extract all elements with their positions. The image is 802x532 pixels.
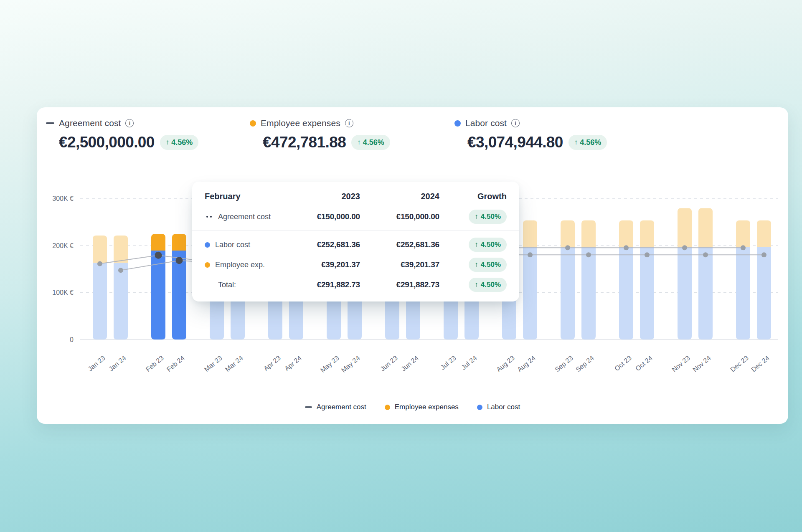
kpi-label: Employee expenses xyxy=(261,118,340,128)
agreement-point-oct-23 xyxy=(624,245,629,250)
x-axis-tick: Oct 23 xyxy=(613,354,633,372)
value-2023: €291,882.73 xyxy=(285,280,360,289)
blue-dot-icon xyxy=(205,242,210,248)
bar-labor-dec-24[interactable] xyxy=(757,247,771,339)
x-axis-tick: Dec 23 xyxy=(729,354,750,373)
dashboard-card: Agreement cost i €2,500,000.00 ↑4.56% Em… xyxy=(37,107,788,424)
bar-labor-nov-24[interactable] xyxy=(698,247,713,339)
legend-item-labor[interactable]: Labor cost xyxy=(477,403,520,411)
x-axis-tick: Nov 24 xyxy=(691,354,712,373)
x-axis-tick: May 24 xyxy=(340,354,361,374)
x-axis-tick: Dec 24 xyxy=(750,354,771,373)
value-2023: €39,201.37 xyxy=(285,260,360,269)
x-axis-tick: Jan 23 xyxy=(86,354,107,372)
bar-labor-jan-23[interactable] xyxy=(93,263,107,339)
kpi-value: €2,500,000.00 xyxy=(59,134,155,151)
agreement-point-feb-23 xyxy=(155,252,162,259)
tooltip-row-labor: Labor cost €252,681.36 €252,681.36 ↑4.50… xyxy=(205,238,507,252)
tooltip-row-total: Total: €291,882.73 €291,882.73 ↑4.50% xyxy=(205,278,507,292)
page-background: { "colors":{ "labor_bright":"#4C87F1","l… xyxy=(0,0,802,532)
bar-labor-aug-24[interactable] xyxy=(523,247,537,339)
bar-labor-jan-24[interactable] xyxy=(114,263,128,339)
legend-item-employee[interactable]: Employee expenses xyxy=(385,403,459,411)
growth-value: 4.56% xyxy=(363,138,384,147)
growth-badge: ↑4.50% xyxy=(469,258,507,272)
x-axis-tick: Mar 23 xyxy=(203,354,223,373)
bar-employee-sep-23[interactable] xyxy=(561,220,575,247)
chart-tooltip: February 2023 2024 Growth Agreement cost… xyxy=(192,182,519,301)
x-axis-tick: Sep 24 xyxy=(574,354,595,373)
kpi-value: €3,074,944.80 xyxy=(467,134,563,151)
chart-legend: Agreement cost Employee expenses Labor c… xyxy=(37,403,788,411)
orange-dot-icon xyxy=(385,405,390,410)
row-label: Labor cost xyxy=(215,241,250,249)
dash-icon xyxy=(305,406,312,408)
x-axis-tick: Nov 23 xyxy=(670,354,691,373)
bar-employee-feb-23[interactable] xyxy=(151,234,165,251)
bar-employee-sep-24[interactable] xyxy=(581,220,596,247)
growth-badge: ↑4.50% xyxy=(469,210,507,224)
bar-labor-sep-23[interactable] xyxy=(561,247,575,339)
bar-labor-dec-23[interactable] xyxy=(736,247,750,339)
up-arrow-icon: ↑ xyxy=(574,138,578,147)
bar-employee-dec-24[interactable] xyxy=(757,220,771,247)
bar-employee-aug-24[interactable] xyxy=(523,220,537,247)
legend-label: Employee expenses xyxy=(395,403,459,411)
kpi-employee-expenses: Employee expenses i €472,781.88 ↑4.56% xyxy=(250,118,390,151)
y-axis-tick: 100K € xyxy=(52,289,74,296)
x-axis-tick: Jan 24 xyxy=(107,354,127,372)
bar-employee-nov-23[interactable] xyxy=(678,208,692,248)
agreement-point-oct-24 xyxy=(645,252,650,257)
up-arrow-icon: ↑ xyxy=(357,138,361,147)
bar-employee-nov-24[interactable] xyxy=(698,208,713,248)
growth-badge: ↑4.56% xyxy=(160,135,199,150)
kpi-label: Labor cost xyxy=(465,118,507,128)
dotted-line-icon xyxy=(205,216,213,218)
growth-badge: ↑4.50% xyxy=(469,278,507,292)
bar-employee-dec-23[interactable] xyxy=(736,220,750,247)
bar-labor-nov-23[interactable] xyxy=(678,247,692,339)
orange-dot-icon xyxy=(205,262,210,268)
y-axis-tick: 0 xyxy=(70,336,74,343)
bar-labor-oct-24[interactable] xyxy=(640,247,654,339)
growth-value: 4.50% xyxy=(481,261,501,269)
bar-employee-jan-23[interactable] xyxy=(93,236,107,263)
x-axis-tick: Jun 24 xyxy=(400,354,420,372)
y-axis-tick: 200K € xyxy=(52,242,74,249)
bar-employee-oct-24[interactable] xyxy=(640,220,654,247)
up-arrow-icon: ↑ xyxy=(475,241,478,249)
bar-employee-feb-24[interactable] xyxy=(172,234,186,251)
bar-labor-sep-24[interactable] xyxy=(581,247,596,339)
value-2023: €252,681.36 xyxy=(285,240,360,249)
x-axis-tick: Jul 23 xyxy=(439,354,457,371)
y-axis-tick: 300K € xyxy=(52,195,74,202)
row-label: Agreement cost xyxy=(218,213,271,221)
row-label: Employee exp. xyxy=(215,261,265,269)
growth-value: 4.56% xyxy=(171,138,193,147)
growth-value: 4.50% xyxy=(481,241,501,249)
info-icon[interactable]: i xyxy=(345,119,353,127)
up-arrow-icon: ↑ xyxy=(475,213,478,221)
blue-dot-icon xyxy=(477,405,482,410)
legend-item-agreement[interactable]: Agreement cost xyxy=(305,403,366,411)
x-axis-tick: Oct 24 xyxy=(634,354,654,372)
legend-label: Labor cost xyxy=(487,403,520,411)
tooltip-col-2024: 2024 xyxy=(360,192,439,201)
x-axis-tick: May 23 xyxy=(319,354,340,374)
x-axis-tick: Feb 24 xyxy=(165,354,186,373)
growth-badge: ↑4.50% xyxy=(469,238,507,252)
info-icon[interactable]: i xyxy=(511,119,520,127)
value-2024: €150,000.00 xyxy=(360,212,439,221)
tooltip-divider xyxy=(192,231,519,231)
info-icon[interactable]: i xyxy=(125,119,134,127)
x-axis-tick: Aug 23 xyxy=(495,354,516,373)
x-axis-tick: Jun 23 xyxy=(379,354,399,372)
legend-label: Agreement cost xyxy=(317,403,366,411)
x-axis-tick: Mar 24 xyxy=(224,354,244,373)
kpi-label: Agreement cost xyxy=(59,118,121,128)
row-label: Total: xyxy=(218,281,236,289)
agreement-point-aug-24 xyxy=(528,252,533,257)
bar-labor-oct-23[interactable] xyxy=(619,247,633,339)
bar-employee-oct-23[interactable] xyxy=(619,220,633,247)
bar-employee-jan-24[interactable] xyxy=(114,236,128,263)
